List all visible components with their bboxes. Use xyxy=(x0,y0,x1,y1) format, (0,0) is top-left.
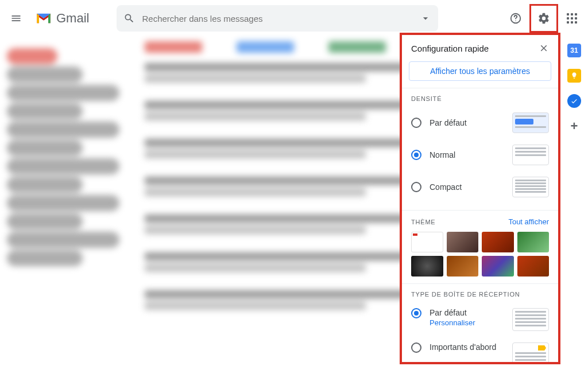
theme-thumb-t1[interactable] xyxy=(411,232,443,252)
inbox-type-label: TYPE DE BOÎTE DE RÉCEPTION xyxy=(411,291,549,298)
theme-thumb-t2[interactable] xyxy=(447,232,479,252)
gmail-logo[interactable]: Gmail xyxy=(36,11,89,26)
close-button[interactable] xyxy=(539,43,549,53)
header: Gmail xyxy=(0,0,588,37)
quick-settings-panel: Configuration rapide Afficher tous les p… xyxy=(402,35,558,362)
theme-thumb-t7[interactable] xyxy=(482,256,514,277)
density-label: DENSITÉ xyxy=(411,95,549,102)
gmail-logo-text: Gmail xyxy=(56,11,89,26)
tasks-icon xyxy=(570,97,578,105)
apps-icon xyxy=(567,13,577,24)
addons-button[interactable]: + xyxy=(567,119,581,133)
radio-normal[interactable] xyxy=(411,150,421,160)
settings-button[interactable] xyxy=(532,7,555,30)
density-label-default: Par défaut xyxy=(430,118,504,127)
density-option-normal[interactable]: Normal xyxy=(411,139,549,171)
apps-button[interactable] xyxy=(560,7,583,30)
inbox-preview-default xyxy=(512,308,549,331)
radio-default[interactable] xyxy=(411,118,421,128)
keep-button[interactable] xyxy=(567,69,581,83)
quick-settings-highlight: Configuration rapide Afficher tous les p… xyxy=(400,33,560,364)
right-sidebar: 31 + xyxy=(560,37,588,366)
theme-thumb-t6[interactable] xyxy=(447,256,479,277)
density-label-compact: Compact xyxy=(430,182,504,192)
calendar-button[interactable]: 31 xyxy=(567,44,581,57)
density-preview-normal xyxy=(512,145,549,165)
search-bar[interactable] xyxy=(117,5,438,32)
svg-point-1 xyxy=(515,20,516,21)
theme-label: THÈME xyxy=(411,219,436,225)
search-icon xyxy=(123,13,135,24)
inbox-type-section: TYPE DE BOÎTE DE RÉCEPTION Par défautPer… xyxy=(402,283,558,362)
inbox-option-default[interactable]: Par défautPersonnaliser xyxy=(411,302,549,337)
radio-inbox-default[interactable] xyxy=(411,308,421,318)
gmail-m-icon xyxy=(36,12,52,25)
search-input[interactable] xyxy=(142,14,413,24)
density-option-default[interactable]: Par défaut xyxy=(411,107,549,139)
theme-thumb-t8[interactable] xyxy=(517,256,550,277)
theme-thumb-t4[interactable] xyxy=(517,232,550,252)
search-options-icon[interactable] xyxy=(420,13,431,24)
theme-view-all[interactable]: Tout afficher xyxy=(508,217,549,226)
header-actions xyxy=(504,4,583,33)
inbox-customize-link[interactable]: Personnaliser xyxy=(430,318,504,327)
all-settings-button[interactable]: Afficher tous les paramètres xyxy=(409,61,551,81)
settings-highlight xyxy=(529,4,558,33)
density-preview-default xyxy=(512,112,549,133)
density-label-normal: Normal xyxy=(430,150,504,159)
gear-icon xyxy=(537,12,550,25)
help-icon xyxy=(509,12,522,25)
inbox-label-default: Par défaut xyxy=(430,308,504,317)
inbox-option-important[interactable]: Importants d'abord xyxy=(411,337,549,362)
radio-compact[interactable] xyxy=(411,182,421,192)
menu-button[interactable] xyxy=(5,7,28,30)
density-preview-compact xyxy=(512,177,549,197)
theme-thumb-t3[interactable] xyxy=(482,232,514,252)
tasks-button[interactable] xyxy=(567,94,581,108)
menu-icon xyxy=(10,13,22,24)
inbox-preview-important xyxy=(512,342,549,362)
density-section: DENSITÉ Par défautNormalCompact xyxy=(402,88,558,210)
help-button[interactable] xyxy=(504,7,527,30)
inbox-label-important: Importants d'abord xyxy=(430,342,504,352)
theme-thumb-t5[interactable] xyxy=(411,256,443,277)
theme-section: THÈME Tout afficher xyxy=(402,210,558,283)
close-icon xyxy=(539,43,549,53)
density-option-compact[interactable]: Compact xyxy=(411,171,549,203)
keep-icon xyxy=(570,72,578,80)
radio-inbox-important[interactable] xyxy=(411,342,421,353)
panel-title: Configuration rapide xyxy=(411,44,489,53)
